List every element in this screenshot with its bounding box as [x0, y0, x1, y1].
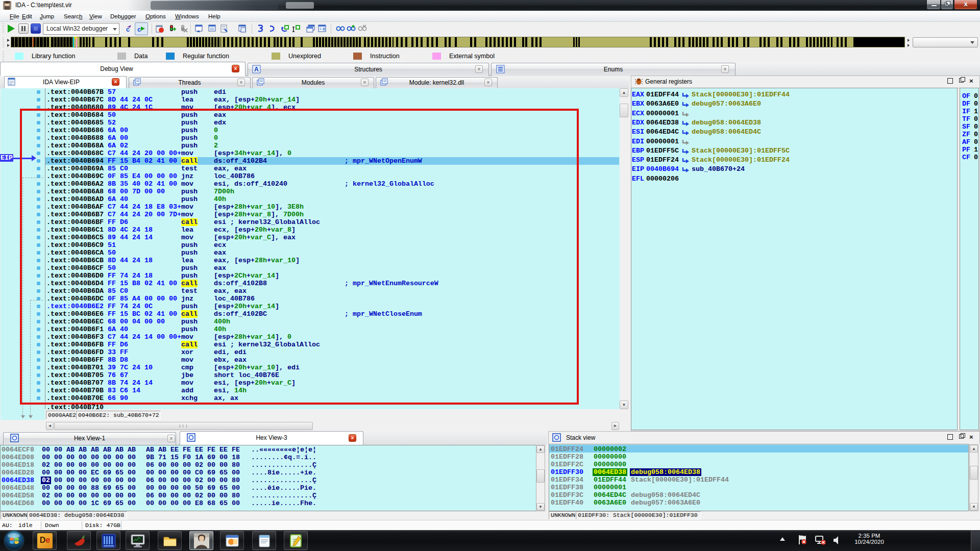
- svg-text:A: A: [254, 66, 259, 73]
- svg-text:c: c: [137, 26, 141, 33]
